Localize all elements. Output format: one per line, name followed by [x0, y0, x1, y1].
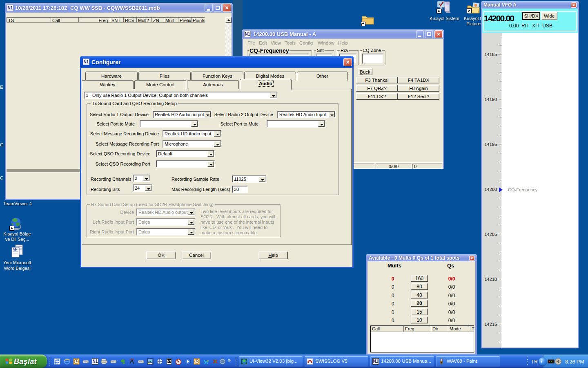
svg-text:ss: ss: [148, 360, 151, 362]
svg-text:W: W: [13, 246, 18, 252]
